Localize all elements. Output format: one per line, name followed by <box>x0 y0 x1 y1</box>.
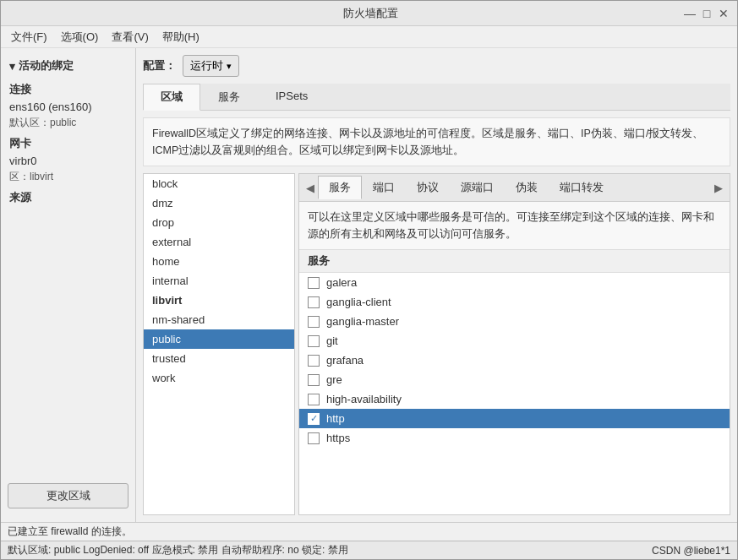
sub-tabs: ◀ 服务 端口 协议 源端口 伪装 端口转发 ▶ <box>299 174 730 202</box>
ganglia-client-checkbox[interactable] <box>308 296 320 308</box>
bottombar-left: 默认区域: public LogDenied: off 应急模式: 禁用 自动帮… <box>8 543 348 557</box>
menu-file[interactable]: 文件(F) <box>4 27 54 47</box>
zone-home[interactable]: home <box>144 252 294 271</box>
service-list: galera ganglia-client ganglia-master <box>299 273 730 514</box>
service-https[interactable]: https <box>299 428 730 448</box>
right-panel: ◀ 服务 端口 协议 源端口 伪装 端口转发 ▶ 可以在这里定义区域中哪些服务是… <box>298 173 730 515</box>
nic-section-label: 网卡 <box>4 131 132 153</box>
nic-sub: 区：libvirt <box>4 169 132 185</box>
menu-help[interactable]: 帮助(H) <box>156 27 206 47</box>
connection-sub: 默认区：public <box>4 115 132 131</box>
tab-services[interactable]: 服务 <box>200 84 258 111</box>
service-description: 可以在这里定义区域中哪些服务是可信的。可连接至绑定到这个区域的连接、网卡和源的所… <box>299 202 730 250</box>
sub-tab-prev-arrow[interactable]: ◀ <box>303 182 318 194</box>
main-tabs: 区域 服务 IPSets <box>143 84 730 111</box>
bottombar-right: CSDN @liebe1*1 <box>652 545 730 557</box>
titlebar: 防火墙配置 — □ ✕ <box>1 1 737 26</box>
statusbar: 已建立至 firewalld 的连接。 <box>1 522 737 541</box>
zone-public[interactable]: public <box>144 329 294 349</box>
content-area: 活动的绑定 连接 ens160 (ens160) 默认区：public 网卡 v… <box>1 48 737 522</box>
service-galera[interactable]: galera <box>299 273 730 292</box>
sidebar-footer: 更改区域 <box>4 476 132 515</box>
gre-checkbox[interactable] <box>308 374 320 386</box>
tab-zones[interactable]: 区域 <box>143 84 200 111</box>
tab-ipsets[interactable]: IPSets <box>258 84 325 111</box>
zone-drop[interactable]: drop <box>144 213 294 232</box>
grafana-checkbox[interactable] <box>308 355 320 367</box>
zone-external[interactable]: external <box>144 232 294 252</box>
config-row: 配置： 运行时 <box>143 55 730 77</box>
service-high-availability[interactable]: high-availability <box>299 389 730 409</box>
sub-tab-masquerade[interactable]: 伪装 <box>505 176 549 199</box>
zone-list: block dmz drop external home internal li… <box>143 173 295 515</box>
sub-tab-services[interactable]: 服务 <box>318 176 362 199</box>
service-ganglia-master[interactable]: ganglia-master <box>299 312 730 331</box>
sub-tab-protocol[interactable]: 协议 <box>406 176 450 199</box>
split-panel: block dmz drop external home internal li… <box>143 173 730 515</box>
high-availability-checkbox[interactable] <box>308 394 320 405</box>
nic-item[interactable]: virbr0 <box>4 153 132 169</box>
main-window: 防火墙配置 — □ ✕ 文件(F) 选项(O) 查看(V) 帮助(H) 活动的绑… <box>0 0 738 560</box>
zone-trusted[interactable]: trusted <box>144 349 294 368</box>
config-label: 配置： <box>143 58 176 73</box>
service-gre[interactable]: gre <box>299 370 730 389</box>
ganglia-master-checkbox[interactable] <box>308 316 320 328</box>
sidebar: 活动的绑定 连接 ens160 (ens160) 默认区：public 网卡 v… <box>1 48 136 522</box>
galera-checkbox[interactable] <box>308 277 320 289</box>
service-http[interactable]: ✓ http <box>299 409 730 428</box>
bottombar: 默认区域: public LogDenied: off 应急模式: 禁用 自动帮… <box>1 541 737 559</box>
http-checkbox[interactable]: ✓ <box>308 413 320 425</box>
connection-item[interactable]: ens160 (ens160) <box>4 99 132 115</box>
sub-tab-source-port[interactable]: 源端口 <box>450 176 505 199</box>
minimize-button[interactable]: — <box>683 7 697 20</box>
zone-description: FirewallD区域定义了绑定的网络连接、网卡以及源地址的可信程度。区域是服务… <box>143 117 730 166</box>
sub-tab-port-forward[interactable]: 端口转发 <box>549 176 615 199</box>
zone-work[interactable]: work <box>144 368 294 388</box>
maximize-button[interactable]: □ <box>700 7 713 20</box>
config-dropdown[interactable]: 运行时 <box>183 55 239 77</box>
zone-internal[interactable]: internal <box>144 271 294 291</box>
source-section-label: 来源 <box>4 185 132 207</box>
sub-tab-port[interactable]: 端口 <box>362 176 406 199</box>
menu-view[interactable]: 查看(V) <box>105 27 155 47</box>
zone-block[interactable]: block <box>144 174 294 193</box>
connection-section-label: 连接 <box>4 77 132 99</box>
menubar: 文件(F) 选项(O) 查看(V) 帮助(H) <box>1 26 737 48</box>
service-ganglia-client[interactable]: ganglia-client <box>299 292 730 312</box>
change-zone-button[interactable]: 更改区域 <box>8 483 128 508</box>
window-controls: — □ ✕ <box>683 7 730 20</box>
zone-nm-shared[interactable]: nm-shared <box>144 310 294 329</box>
git-checkbox[interactable] <box>308 335 320 347</box>
service-git[interactable]: git <box>299 331 730 351</box>
active-binding-section[interactable]: 活动的绑定 <box>4 55 132 77</box>
close-button[interactable]: ✕ <box>717 7 730 20</box>
https-checkbox[interactable] <box>308 432 320 444</box>
service-list-header: 服务 <box>299 250 730 273</box>
zone-libvirt[interactable]: libvirt <box>144 291 294 310</box>
main-panel: 配置： 运行时 区域 服务 IPSets FirewallD区域定义了绑定的网络… <box>136 48 737 522</box>
sub-tab-next-arrow[interactable]: ▶ <box>711 182 726 194</box>
menu-options[interactable]: 选项(O) <box>54 27 106 47</box>
zone-dmz[interactable]: dmz <box>144 193 294 213</box>
window-title: 防火墙配置 <box>58 6 683 21</box>
status-message: 已建立至 firewalld 的连接。 <box>8 525 132 539</box>
service-grafana[interactable]: grafana <box>299 351 730 370</box>
